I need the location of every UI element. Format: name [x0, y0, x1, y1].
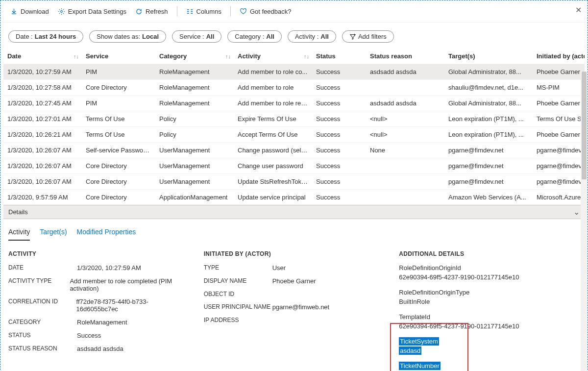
template-id-key: TemplateId — [399, 313, 580, 321]
table-row[interactable]: 1/3/2020, 10:27:01 AMTerms Of UsePolicyE… — [3, 111, 585, 127]
cell-activity: Add member to role co... — [234, 64, 312, 80]
col-category[interactable]: Category↑↓ — [155, 49, 234, 64]
col-date[interactable]: Date↑↓ — [3, 49, 82, 64]
export-settings-button[interactable]: Export Data Settings — [58, 8, 126, 15]
cell-category: UserManagement — [155, 174, 234, 190]
filter-show-dates[interactable]: Show dates as: Local — [89, 30, 166, 43]
cell-status: Success — [312, 96, 366, 111]
refresh-button[interactable]: Refresh — [135, 8, 168, 15]
col-status-reason[interactable]: Status reason — [366, 49, 444, 64]
filter-category[interactable]: Category : All — [227, 30, 282, 43]
cell-actor: pgarne@fimdev.net — [533, 143, 585, 158]
cell-category: RoleManagement — [155, 80, 234, 96]
cell-targets: pgarne@fimdev.net — [444, 174, 533, 190]
scrollbar-thumb[interactable] — [582, 72, 587, 179]
svg-point-0 — [60, 10, 62, 12]
toolbar-separator — [230, 6, 231, 16]
cell-reason: <null> — [366, 127, 444, 143]
initiated-by-column: INITIATED BY (ACTOR) TYPEUser DISPLAY NA… — [204, 250, 385, 371]
table-row[interactable]: 1/3/2020, 9:57:59 AMCore DirectoryApplic… — [3, 190, 585, 205]
detail-upn[interactable]: pgarne@fimweb.net — [272, 303, 330, 311]
details-label: Details — [8, 208, 28, 216]
detail-status: Success — [77, 332, 101, 339]
cell-service: Terms Of Use — [82, 111, 155, 127]
cell-targets: pgarne@fimdev.net — [444, 158, 533, 174]
cell-date: 1/3/2020, 10:27:45 AM — [3, 96, 82, 111]
chevron-down-icon[interactable]: ⌄ — [573, 207, 580, 217]
role-def-origin-id-val: 62e90394-69f5-4237-9190-012177145e10 — [399, 273, 580, 281]
sort-icon: ↑↓ — [304, 53, 309, 59]
cell-date: 1/3/2020, 10:27:59 AM — [3, 64, 82, 80]
table-row[interactable]: 1/3/2020, 10:26:21 AMTerms Of UsePolicyA… — [3, 127, 585, 143]
cell-reason: <null> — [366, 111, 444, 127]
table-row[interactable]: 1/3/2020, 10:26:07 AMSelf-service Passwo… — [3, 143, 585, 158]
cell-date: 1/3/2020, 10:26:21 AM — [3, 127, 82, 143]
vertical-scrollbar[interactable] — [581, 72, 588, 371]
col-targets[interactable]: Target(s) — [444, 49, 533, 64]
table-row[interactable]: 1/3/2020, 10:26:07 AMCore DirectoryUserM… — [3, 158, 585, 174]
template-id-val: 62e90394-69f5-4237-9190-012177145e10 — [399, 322, 580, 330]
funnel-plus-icon — [349, 33, 356, 40]
cell-targets: Leon expiration (PT1M), ... — [444, 127, 533, 143]
tab-targets[interactable]: Target(s) — [40, 228, 67, 241]
col-service[interactable]: Service — [82, 49, 155, 64]
cell-date: 1/3/2020, 9:57:59 AM — [3, 190, 82, 205]
audit-log-table: Date↑↓ Service Category↑↓ Activity↑↓ Sta… — [3, 49, 585, 205]
tab-activity[interactable]: Activity — [8, 228, 30, 241]
activity-heading: ACTIVITY — [8, 250, 189, 257]
additional-details-heading: ADDITIONAL DETAILS — [399, 250, 580, 257]
sort-icon: ↑↓ — [225, 53, 231, 59]
feedback-button[interactable]: Got feedback? — [240, 8, 292, 15]
export-settings-label: Export Data Settings — [68, 8, 126, 15]
cell-targets: Amazon Web Services (A... — [444, 190, 533, 205]
cell-activity: Change user password — [234, 158, 312, 174]
table-row[interactable]: 1/3/2020, 10:27:58 AMCore DirectoryRoleM… — [3, 80, 585, 96]
table-row[interactable]: 1/3/2020, 10:27:59 AMPIMRoleManagementAd… — [3, 64, 585, 80]
cell-activity: Expire Terms Of Use — [234, 111, 312, 127]
detail-category: RoleManagement — [77, 319, 127, 326]
cell-service: Self-service Password M... — [82, 143, 155, 158]
role-def-origin-id-key: RoleDefinitionOriginId — [399, 264, 580, 272]
filter-activity[interactable]: Activity : All — [288, 30, 336, 43]
heart-icon — [240, 8, 247, 15]
cell-targets: Global Administrator, 88... — [444, 96, 533, 111]
ticket-system-key: TicketSystem — [399, 337, 439, 346]
cell-actor: Terms Of Use Service — [533, 111, 585, 127]
download-label: Download — [21, 8, 49, 15]
refresh-icon — [135, 8, 143, 15]
filter-date[interactable]: Date : Last 24 hours — [8, 30, 83, 43]
cell-targets: Global Administrator, 88... — [444, 64, 533, 80]
download-button[interactable]: Download — [10, 8, 49, 15]
cell-activity: Update service principal — [234, 190, 312, 205]
close-icon[interactable]: ✕ — [575, 5, 582, 15]
cell-activity: Accept Terms Of Use — [234, 127, 312, 143]
ticket-number-key: TicketNumber — [399, 362, 440, 370]
table-row[interactable]: 1/3/2020, 10:26:07 AMCore DirectoryUserM… — [3, 174, 585, 190]
columns-button[interactable]: Columns — [186, 8, 221, 15]
col-initiated-by[interactable]: Initiated by (actor) — [533, 49, 585, 64]
feedback-label: Got feedback? — [250, 8, 292, 15]
cell-service: Core Directory — [82, 174, 155, 190]
details-header[interactable]: Details ⌄ — [3, 205, 585, 219]
cell-status: Success — [312, 174, 366, 190]
col-status[interactable]: Status — [312, 49, 366, 64]
detail-status-reason: asdsadd asdsda — [77, 345, 123, 352]
toolbar-separator — [177, 6, 177, 16]
cell-actor: Phoebe Garner — [533, 127, 585, 143]
cell-targets: pgarne@fimdev.net — [444, 143, 533, 158]
role-def-origin-type-key: RoleDefinitionOriginType — [399, 289, 580, 296]
cell-actor: Microsoft.Azure.SyncFab... — [533, 190, 585, 205]
columns-icon — [186, 8, 194, 15]
cell-service: PIM — [82, 64, 155, 80]
cell-category: Policy — [155, 111, 234, 127]
cell-reason — [366, 190, 444, 205]
filter-service[interactable]: Service : All — [172, 30, 221, 43]
tab-modified-properties[interactable]: Modified Properties — [77, 228, 136, 241]
col-activity[interactable]: Activity↑↓ — [234, 49, 312, 64]
cell-service: Core Directory — [82, 80, 155, 96]
table-row[interactable]: 1/3/2020, 10:27:45 AMPIMRoleManagementAd… — [3, 96, 585, 111]
cell-reason — [366, 174, 444, 190]
cell-status: Success — [312, 80, 366, 96]
add-filters-button[interactable]: Add filters — [342, 30, 394, 43]
cell-status: Success — [312, 127, 366, 143]
